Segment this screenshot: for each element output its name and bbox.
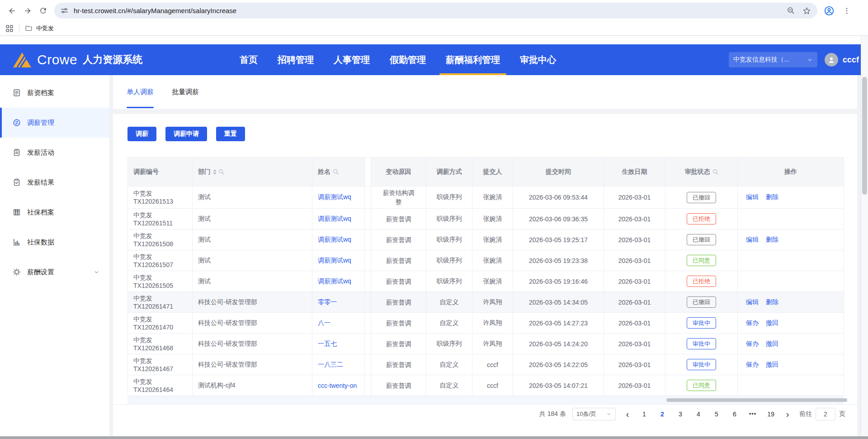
bookmark-folder[interactable]: 中竞发 [25,24,54,33]
vertical-scrollbar[interactable] [861,36,868,436]
nav-item-approval-center[interactable]: 审批中心 [520,44,556,75]
sidebar-item-payroll-activity[interactable]: 发薪活动 [0,138,109,167]
employee-name-link[interactable]: 调薪测试wq [318,277,359,286]
sidebar: 薪资档案调薪管理发薪活动发薪结果社保档案社保数据薪酬设置 [0,75,109,436]
delete-link[interactable]: 删除 [766,236,778,243]
search-icon[interactable] [218,169,224,175]
system-name: 人力资源系统 [83,53,142,67]
adjust-application-button[interactable]: 调薪申请 [165,127,207,141]
window-bottom-edge [0,436,868,439]
goto-page-input[interactable] [816,408,835,420]
tab-single[interactable]: 单人调薪 [127,75,154,109]
employee-name-link[interactable]: 八一 [318,319,359,327]
nav-item-recruitment[interactable]: 招聘管理 [278,44,314,75]
search-icon[interactable] [712,169,718,175]
pager-next-button[interactable]: › [782,410,793,419]
column-header-method: 调薪方式 [426,157,472,186]
pager-page-3[interactable]: 3 [674,410,687,418]
employee-name-link[interactable]: ccc-twenty-on [318,382,359,389]
cell-actions [738,271,844,292]
employee-name-link[interactable]: 调薪测试wq [318,236,359,244]
nav-item-attendance[interactable]: 假勤管理 [390,44,426,75]
delete-link[interactable]: 删除 [766,298,778,305]
sidebar-item-payroll-result[interactable]: 发薪结果 [0,167,109,197]
urge-link[interactable]: 催办 [746,319,759,326]
cell-submit-time: 2026-03-05 14:27:23 [513,313,604,334]
employee-name-link[interactable]: 零零一 [318,298,359,306]
withdraw-link[interactable]: 撤回 [766,319,778,326]
sidebar-item-label: 社保数据 [27,238,54,247]
reset-button[interactable]: 重置 [216,127,245,141]
sidebar-item-social-security-data[interactable]: 社保数据 [0,227,109,257]
browser-menu-icon[interactable] [843,7,851,15]
status-badge: 已撤回 [687,296,716,308]
cell-adjustment-method: 自定义 [426,375,472,396]
nav-item-personnel[interactable]: 人事管理 [334,44,370,75]
column-header-label: 调薪编号 [133,168,159,175]
fixed-column-divider [365,375,371,396]
bookmark-star-icon[interactable] [802,6,811,15]
edit-link[interactable]: 编辑 [746,236,759,243]
sort-icon[interactable] [213,169,217,175]
cell-employee-name: 一八三二 [312,354,365,375]
pager-page-6[interactable]: 6 [728,410,741,418]
sidebar-item-label: 调薪管理 [27,119,54,127]
nav-item-salary-benefits[interactable]: 薪酬福利管理 [446,44,500,75]
employee-name-link[interactable]: 调薪测试wq [318,193,359,201]
sidebar-item-salary-adjustment[interactable]: 调薪管理 [0,108,109,138]
cell-submitter: cccf [472,354,513,375]
pager-page-2[interactable]: 2 [656,410,669,418]
nav-item-home[interactable]: 首页 [240,44,258,75]
cell-employee-name: 调薪测试wq [312,250,365,271]
cell-effective-date: 2026-03-01 [604,186,665,209]
cell-change-reason: 薪资普调 [371,354,426,375]
profile-icon[interactable] [824,5,835,16]
pager-prev-button[interactable]: ‹ [622,410,633,419]
sidebar-item-salary-archive[interactable]: 薪资档案 [0,78,109,108]
url-bar[interactable]: hr-test.croweit.cn/#/salaryManagement/sa… [54,3,817,19]
change-reason-text: 薪资普调 [386,277,411,286]
employee-name-link[interactable]: 调薪测试wq [318,257,359,265]
delete-link[interactable]: 删除 [766,193,778,200]
fixed-column-divider [365,292,371,313]
sidebar-item-social-security-archive[interactable]: 社保档案 [0,197,109,227]
pager-page-4[interactable]: 4 [692,410,705,418]
horizontal-scrollbar-thumb[interactable] [666,398,847,402]
urge-link[interactable]: 催办 [746,361,759,368]
change-reason-text: 薪资普调 [386,256,411,265]
main-nav-menu: 首页招聘管理人事管理假勤管理薪酬福利管理审批中心 [240,44,556,75]
pager-page-5[interactable]: 5 [710,410,723,418]
url-text: hr-test.croweit.cn/#/salaryManagement/sa… [74,7,787,14]
user-chip[interactable]: cccf [825,53,859,67]
edit-link[interactable]: 编辑 [746,298,759,305]
person-icon [827,56,835,64]
page-size-select[interactable]: 10条/页 [572,408,616,420]
zoom-out-icon[interactable] [787,6,795,15]
sidebar-item-salary-settings[interactable]: 薪酬设置 [0,257,109,287]
cell-change-reason: 薪资普调 [371,375,426,396]
vertical-scrollbar-thumb[interactable] [862,77,867,195]
browser-refresh-button[interactable] [35,3,51,19]
browser-back-button[interactable] [5,3,20,19]
edit-link[interactable]: 编辑 [746,193,759,200]
tab-batch[interactable]: 批量调薪 [172,75,199,109]
apps-grid-icon[interactable] [5,24,14,33]
adjust-salary-button[interactable]: 调薪 [127,127,156,141]
site-settings-icon[interactable] [61,7,68,14]
pager-page-19[interactable]: 19 [764,410,778,418]
withdraw-link[interactable]: 撤回 [766,340,778,347]
status-badge: 审批中 [687,317,716,329]
employee-name-link[interactable]: 一五七 [318,340,359,348]
cell-approval-status: 已拒绝 [665,209,738,229]
employee-name-link[interactable]: 调薪测试wq [318,215,359,223]
employee-name-link[interactable]: 一八三二 [318,361,359,369]
urge-link[interactable]: 催办 [746,340,759,347]
pager-ellipsis[interactable]: ••• [746,410,760,417]
withdraw-link[interactable]: 撤回 [766,361,778,368]
fixed-column-divider [365,186,371,209]
search-icon[interactable] [333,169,339,175]
company-select[interactable]: 中竞发信息科技（... [729,52,817,67]
browser-forward-button[interactable] [20,3,35,19]
pager-page-1[interactable]: 1 [637,410,651,418]
cell-actions [738,250,844,271]
